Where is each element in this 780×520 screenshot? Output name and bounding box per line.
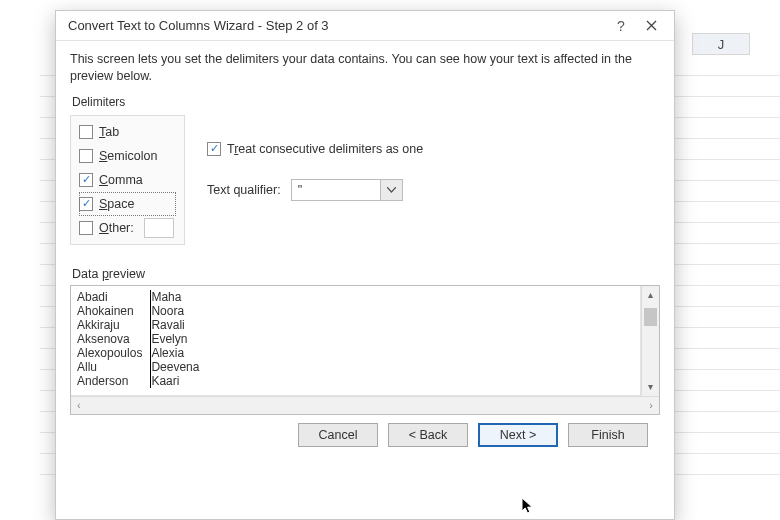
table-row: Abadi Maha [77, 290, 207, 304]
dialog-title: Convert Text to Columns Wizard - Step 2 … [68, 18, 606, 33]
intro-text: This screen lets you set the delimiters … [70, 51, 660, 85]
delimiter-other[interactable]: Other: [79, 216, 176, 240]
scroll-down-icon: ▾ [642, 378, 659, 396]
text-qualifier-value: " [292, 180, 380, 200]
close-icon [646, 20, 657, 31]
checkbox-icon [79, 125, 93, 139]
dialog-titlebar: Convert Text to Columns Wizard - Step 2 … [56, 11, 674, 41]
scroll-right-icon: › [649, 399, 653, 411]
checkbox-icon [79, 149, 93, 163]
data-preview-heading: Data preview [72, 267, 660, 281]
delimiter-other-input[interactable] [144, 218, 174, 238]
data-preview-box: Abadi MahaAhokainen NooraAkkiraju Ravali… [70, 285, 660, 415]
delimiter-options: Treat consecutive delimiters as one Text… [207, 115, 423, 245]
treat-consecutive-checkbox[interactable]: Treat consecutive delimiters as one [207, 137, 423, 161]
checkbox-icon [207, 142, 221, 156]
scrollbar-thumb[interactable] [644, 308, 657, 326]
horizontal-scrollbar[interactable]: ‹ › [71, 396, 659, 414]
close-button[interactable] [636, 18, 666, 34]
checkbox-icon [79, 197, 93, 211]
delimiters-heading: Delimiters [72, 95, 660, 109]
delimiter-tab[interactable]: Tab [79, 120, 176, 144]
delimiters-group: Tab Semicolon Comma Space Other: [70, 115, 185, 245]
table-row: Aksenova Evelyn [77, 332, 207, 346]
dialog-footer: Cancel < Back Next > Finish [70, 415, 660, 447]
scroll-up-icon: ▴ [642, 286, 659, 304]
vertical-scrollbar[interactable]: ▴ ▾ [641, 286, 659, 396]
table-row: AlexopoulosAlexia [77, 346, 207, 360]
delimiter-semicolon[interactable]: Semicolon [79, 144, 176, 168]
text-qualifier-dropdown[interactable]: " [291, 179, 403, 201]
chevron-down-icon [380, 180, 402, 200]
table-row: Akkiraju Ravali [77, 318, 207, 332]
help-button[interactable]: ? [606, 18, 636, 34]
text-qualifier-label: Text qualifier: [207, 183, 281, 197]
table-row: Allu Deevena [77, 360, 207, 374]
preview-table: Abadi MahaAhokainen NooraAkkiraju Ravali… [77, 290, 207, 388]
finish-button[interactable]: Finish [568, 423, 648, 447]
table-row: Ahokainen Noora [77, 304, 207, 318]
data-preview-content[interactable]: Abadi MahaAhokainen NooraAkkiraju Ravali… [71, 286, 641, 396]
delimiter-space[interactable]: Space [79, 192, 176, 216]
next-button[interactable]: Next > [478, 423, 558, 447]
column-header-J[interactable]: J [692, 33, 750, 55]
delimiter-comma[interactable]: Comma [79, 168, 176, 192]
text-to-columns-dialog: Convert Text to Columns Wizard - Step 2 … [55, 10, 675, 520]
back-button[interactable]: < Back [388, 423, 468, 447]
cancel-button[interactable]: Cancel [298, 423, 378, 447]
checkbox-icon [79, 221, 93, 235]
scroll-left-icon: ‹ [77, 399, 81, 411]
table-row: Anderson Kaari [77, 374, 207, 388]
checkbox-icon [79, 173, 93, 187]
